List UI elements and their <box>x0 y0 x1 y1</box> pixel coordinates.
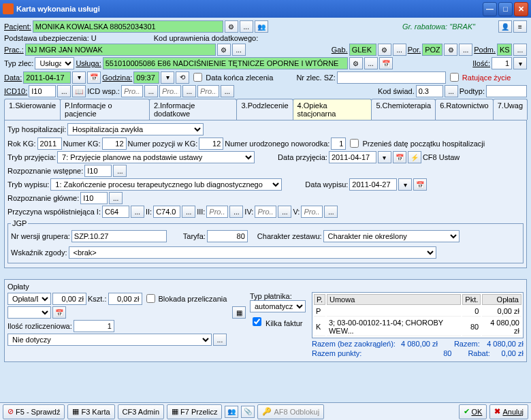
prac-more-button[interactable]: ... <box>232 44 246 56</box>
godzina-spin[interactable]: ▾ <box>161 71 174 84</box>
typ-hosp-select[interactable]: Hospitalizacja zwykła <box>67 123 204 135</box>
cf8-flash-icon[interactable]: ⚡ <box>408 151 421 163</box>
nie-dotyczy-select[interactable]: Nie dotyczy <box>7 334 212 346</box>
tab-podzlecenie[interactable]: 3.Podzlecenie <box>236 99 293 120</box>
ok-button[interactable]: ✔OK <box>459 404 487 419</box>
rozp-gl-more[interactable]: ... <box>109 192 123 204</box>
tryb-wyp-select[interactable]: 1: Zakończenie procesu terapeutycznego l… <box>50 178 282 191</box>
cf3-button[interactable]: CF3 Admin <box>118 404 164 419</box>
oplata-grid-icon[interactable]: ▦ <box>232 306 246 319</box>
kod-swiad-input[interactable] <box>416 85 443 97</box>
th-p[interactable]: P. <box>314 294 325 305</box>
icd10-input[interactable] <box>29 85 56 97</box>
pacjent-search-button[interactable]: ⚙ <box>225 20 238 33</box>
godzina-input[interactable] <box>133 71 159 84</box>
podtyp-input[interactable] <box>486 85 527 97</box>
rok-kg-input[interactable] <box>37 138 62 150</box>
th-umowa[interactable]: Umowa <box>327 294 461 305</box>
tab-ratownictwo[interactable]: 6.Ratownictwo <box>435 99 494 120</box>
taryfa-input[interactable] <box>207 230 248 242</box>
kszt-input[interactable] <box>108 293 142 305</box>
numer-kg-input[interactable] <box>102 138 127 150</box>
por-btn[interactable]: ⚙ <box>444 44 457 56</box>
ilosc-roz-input[interactable] <box>74 320 114 332</box>
f7-button[interactable]: ▦F7 Przelicz <box>167 404 222 419</box>
prac-search-button[interactable]: ⚙ <box>217 44 231 56</box>
oplata-d-select[interactable]: Opłata/D <box>7 293 51 305</box>
table-row[interactable]: P 00,00 zł <box>314 306 521 317</box>
rozp-wst-input[interactable] <box>84 165 112 177</box>
usluga-input[interactable] <box>103 57 348 69</box>
godzina-btn[interactable]: ⟲ <box>176 71 189 84</box>
data-prz-input[interactable] <box>329 151 376 163</box>
nie-dotyczy-more[interactable]: ... <box>213 334 227 346</box>
tab-skierowanie[interactable]: 1.Skierowanie <box>4 99 61 120</box>
rozp-wst-more[interactable]: ... <box>113 165 127 177</box>
przenies-checkbox[interactable] <box>350 139 359 148</box>
prz-i-more[interactable]: ... <box>131 206 144 218</box>
f5-button[interactable]: ⊘F5 - Sprawdź <box>3 404 65 419</box>
pacjent-more-button[interactable]: ... <box>240 20 253 33</box>
blokada-checkbox[interactable] <box>146 294 155 303</box>
nr-zlec-input[interactable] <box>337 71 446 84</box>
usluga-more[interactable]: ... <box>364 57 378 69</box>
pacjent-users-icon[interactable]: 👥 <box>255 20 268 33</box>
minimize-button[interactable]: — <box>483 2 497 16</box>
oplata-d-input[interactable] <box>52 293 86 305</box>
typ-plat-select[interactable]: automatyczn <box>250 300 306 312</box>
gab-btn[interactable]: ⚙ <box>378 44 391 56</box>
prz-iv-more[interactable]: ... <box>278 206 291 218</box>
prz-iv-input[interactable] <box>255 206 276 218</box>
prz-iii-input[interactable] <box>206 206 228 218</box>
ilosc-input[interactable] <box>492 57 512 69</box>
usluga-btn[interactable]: ⚙ <box>349 57 363 69</box>
charakter-select[interactable]: Charakter nie określony <box>323 230 460 242</box>
cf8-label[interactable]: CF8 Ustaw <box>423 153 460 161</box>
prz-ii-more[interactable]: ... <box>182 206 195 218</box>
data-konca-checkbox[interactable] <box>193 73 202 82</box>
typ-zlec-select[interactable]: Usługa <box>35 57 74 69</box>
data-wyp-input[interactable] <box>349 178 397 191</box>
tryb-prz-select[interactable]: 7: Przyjęcie planowe na podstawie ustawy <box>57 151 255 163</box>
por-more[interactable]: ... <box>459 44 472 56</box>
data-cal-icon[interactable]: 📅 <box>87 71 101 84</box>
podm-input[interactable] <box>497 44 512 56</box>
tab-chemio[interactable]: 5.Chemioterapia <box>371 99 436 120</box>
gab-input[interactable] <box>349 44 376 56</box>
rozp-gl-input[interactable] <box>80 192 108 204</box>
data-input[interactable] <box>23 71 71 84</box>
wskaznik-select[interactable]: <brak> <box>69 246 436 259</box>
tab-info-dodatk[interactable]: 2.Informacje dodatkowe <box>149 99 238 120</box>
help-icon[interactable]: 👤 <box>498 20 512 33</box>
table-row[interactable]: K3; 03-00-00102-11-04; CHOROBY WEW... 80… <box>314 318 521 336</box>
icd-wsp-3-more[interactable]: ... <box>221 85 234 97</box>
prz-iii-more[interactable]: ... <box>229 206 243 218</box>
prac-input[interactable] <box>25 44 216 56</box>
icd-wsp-2[interactable] <box>159 85 181 97</box>
th-pkt[interactable]: Pkt. <box>462 294 481 305</box>
f3-button[interactable]: ▦F3 Karta <box>67 404 114 419</box>
icd-wsp-3[interactable] <box>197 85 219 97</box>
ratujace-checkbox[interactable] <box>450 73 459 82</box>
footer-clip-icon[interactable]: 📎 <box>241 406 255 418</box>
tab-opieka[interactable]: 4.Opieka stacjonarna <box>293 99 372 120</box>
icd10-book-icon[interactable]: 📖 <box>72 85 86 97</box>
podm-more[interactable]: ... <box>513 44 527 56</box>
icd10-more[interactable]: ... <box>57 85 71 97</box>
maximize-button[interactable]: □ <box>498 2 513 16</box>
kod-swiad-more[interactable]: ... <box>445 85 458 97</box>
prz-ii-input[interactable] <box>153 206 180 218</box>
ilosc-spin[interactable]: ▾ <box>513 57 527 69</box>
pozycji-input[interactable] <box>199 138 223 150</box>
data-prz-cal-icon[interactable]: 📅 <box>393 151 406 163</box>
menu-icon[interactable]: ≡ <box>513 20 527 33</box>
footer-users-icon[interactable]: 👥 <box>225 406 238 418</box>
prz-v-more[interactable]: ... <box>324 206 338 218</box>
af8-button[interactable]: 🔑AF8 Odblokuj <box>257 404 324 419</box>
usluga-cal[interactable]: 📅 <box>379 57 393 69</box>
oplata-blank-select[interactable] <box>7 306 51 319</box>
icd-wsp-2-more[interactable]: ... <box>182 85 196 97</box>
icd-wsp-1[interactable] <box>121 85 143 97</box>
nr-wersji-input[interactable] <box>71 230 167 242</box>
kilka-checkbox[interactable] <box>253 317 261 326</box>
